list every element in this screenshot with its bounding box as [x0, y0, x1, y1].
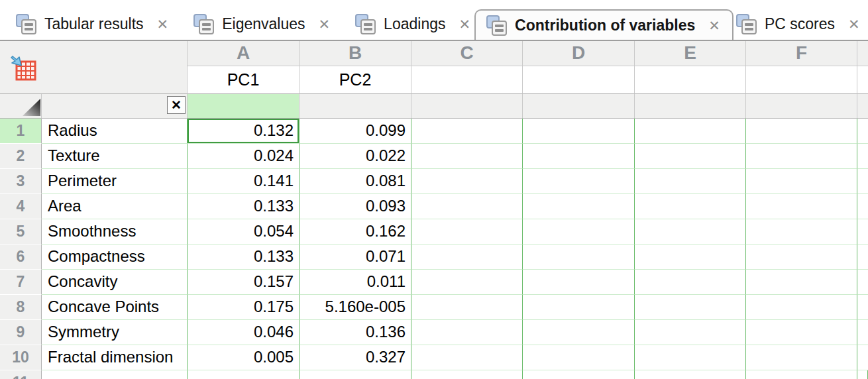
- column-indicator[interactable]: [411, 94, 523, 119]
- cell[interactable]: [746, 345, 857, 370]
- column-name-B[interactable]: PC2: [299, 66, 411, 94]
- column-name-D[interactable]: [523, 66, 635, 94]
- cell[interactable]: [411, 144, 523, 169]
- cell[interactable]: [523, 219, 635, 244]
- row-number[interactable]: 10: [0, 345, 42, 370]
- row-label[interactable]: Symmetry: [42, 320, 188, 345]
- cell[interactable]: [635, 345, 746, 370]
- row-label[interactable]: Concavity: [42, 270, 188, 295]
- cell[interactable]: [635, 295, 746, 320]
- cell-A6[interactable]: 0.133: [188, 244, 299, 270]
- cell[interactable]: [746, 194, 857, 219]
- column-indicator[interactable]: [299, 94, 411, 119]
- cell[interactable]: [746, 244, 857, 270]
- row-label[interactable]: Area: [42, 194, 188, 219]
- cell-B9[interactable]: 0.136: [299, 320, 411, 345]
- cell[interactable]: [635, 194, 746, 219]
- row-label[interactable]: Perimeter: [42, 169, 188, 194]
- tab-contribution-of-variables[interactable]: Contribution of variables ✕: [474, 9, 733, 40]
- selected-column-indicator[interactable]: [188, 94, 299, 119]
- cell[interactable]: [411, 169, 523, 194]
- cell[interactable]: [523, 194, 635, 219]
- cell[interactable]: [523, 345, 635, 370]
- column-header-A[interactable]: A: [188, 41, 299, 66]
- row-number[interactable]: 1: [0, 119, 42, 144]
- cell[interactable]: [523, 370, 635, 379]
- row-label[interactable]: Radius: [42, 119, 188, 144]
- cell-A4[interactable]: 0.133: [188, 194, 299, 219]
- cell[interactable]: [635, 270, 746, 295]
- row-label[interactable]: Texture: [42, 144, 188, 169]
- row-label[interactable]: [42, 370, 188, 379]
- cell[interactable]: [635, 144, 746, 169]
- cell[interactable]: [411, 370, 523, 379]
- row-number[interactable]: 5: [0, 219, 42, 244]
- cell[interactable]: [746, 119, 857, 144]
- cell[interactable]: [523, 295, 635, 320]
- row-label[interactable]: Fractal dimension: [42, 345, 188, 370]
- cell[interactable]: [411, 244, 523, 270]
- cell[interactable]: [523, 244, 635, 270]
- cell[interactable]: [299, 370, 411, 379]
- cell-B6[interactable]: 0.071: [299, 244, 411, 270]
- cell[interactable]: [635, 169, 746, 194]
- clear-selection-button[interactable]: ✕: [167, 96, 186, 114]
- cell-A3[interactable]: 0.141: [188, 169, 299, 194]
- row-number[interactable]: 2: [0, 144, 42, 169]
- row-label[interactable]: Concave Points: [42, 295, 188, 320]
- cell-B3[interactable]: 0.081: [299, 169, 411, 194]
- cell-B10[interactable]: 0.327: [299, 345, 411, 370]
- column-name-C[interactable]: [411, 66, 523, 94]
- cell[interactable]: [746, 169, 857, 194]
- cell[interactable]: [411, 219, 523, 244]
- cell[interactable]: [523, 144, 635, 169]
- cell-B2[interactable]: 0.022: [299, 144, 411, 169]
- tab-close-icon[interactable]: ✕: [156, 17, 170, 31]
- cell[interactable]: [411, 194, 523, 219]
- cell[interactable]: [411, 119, 523, 144]
- tab-close-icon[interactable]: ✕: [707, 19, 722, 32]
- row-number[interactable]: 8: [0, 295, 42, 320]
- column-indicator[interactable]: [746, 94, 857, 119]
- column-indicator[interactable]: [635, 94, 746, 119]
- tab-close-icon[interactable]: ✕: [847, 17, 861, 31]
- cell[interactable]: [746, 144, 857, 169]
- cell[interactable]: [635, 119, 746, 144]
- cell[interactable]: [746, 320, 857, 345]
- tab-loadings[interactable]: Loadings ✕: [353, 8, 474, 40]
- cell[interactable]: [746, 219, 857, 244]
- column-header-F[interactable]: F: [746, 41, 857, 66]
- cell-B5[interactable]: 0.162: [299, 219, 411, 244]
- tab-tabular-results[interactable]: Tabular results ✕: [13, 8, 172, 40]
- cell[interactable]: [746, 370, 857, 379]
- column-header-B[interactable]: B: [299, 41, 411, 66]
- cell[interactable]: [411, 320, 523, 345]
- cell[interactable]: [746, 295, 857, 320]
- cell-B4[interactable]: 0.093: [299, 194, 411, 219]
- column-header-C[interactable]: C: [411, 41, 523, 66]
- cell[interactable]: [635, 320, 746, 345]
- cell[interactable]: [635, 244, 746, 270]
- column-indicator[interactable]: [523, 94, 635, 119]
- cell[interactable]: [523, 169, 635, 194]
- row-number[interactable]: 9: [0, 320, 42, 345]
- cell[interactable]: [411, 270, 523, 295]
- cell-A9[interactable]: 0.046: [188, 320, 299, 345]
- cell[interactable]: [411, 295, 523, 320]
- cell-B8[interactable]: 5.160e-005: [299, 295, 411, 320]
- column-header-D[interactable]: D: [523, 41, 635, 66]
- row-number[interactable]: 3: [0, 169, 42, 194]
- cell-B1[interactable]: 0.099: [299, 119, 411, 144]
- cell[interactable]: [188, 370, 299, 379]
- column-name-A[interactable]: PC1: [188, 66, 299, 94]
- column-name-E[interactable]: [635, 66, 746, 94]
- tab-pc-scores[interactable]: PC scores ✕: [733, 8, 864, 40]
- cell[interactable]: [635, 219, 746, 244]
- tab-close-icon[interactable]: ✕: [457, 17, 472, 31]
- cell-A5[interactable]: 0.054: [188, 219, 299, 244]
- cell[interactable]: [411, 345, 523, 370]
- cell[interactable]: [523, 320, 635, 345]
- row-number[interactable]: 4: [0, 194, 42, 219]
- cell[interactable]: [523, 270, 635, 295]
- cell-B7[interactable]: 0.011: [299, 270, 411, 295]
